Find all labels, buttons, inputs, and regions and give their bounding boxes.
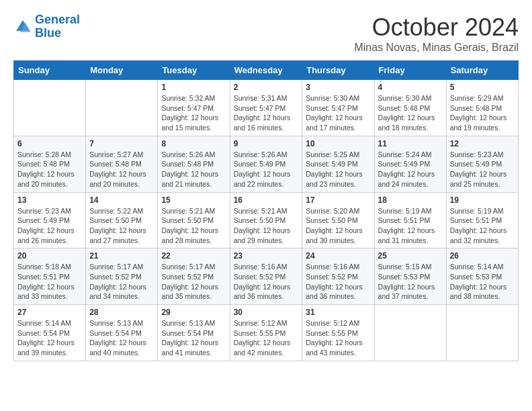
calendar-cell: 19Sunrise: 5:19 AM Sunset: 5:51 PM Dayli… bbox=[446, 192, 518, 248]
calendar-cell: 7Sunrise: 5:27 AM Sunset: 5:48 PM Daylig… bbox=[86, 136, 158, 192]
day-number: 15 bbox=[161, 195, 226, 205]
logo: General Blue bbox=[13, 13, 80, 40]
calendar-cell: 3Sunrise: 5:30 AM Sunset: 5:47 PM Daylig… bbox=[302, 80, 374, 136]
day-info: Sunrise: 5:27 AM Sunset: 5:48 PM Dayligh… bbox=[89, 150, 154, 189]
calendar-cell: 28Sunrise: 5:13 AM Sunset: 5:54 PM Dayli… bbox=[86, 305, 158, 361]
day-info: Sunrise: 5:23 AM Sunset: 5:49 PM Dayligh… bbox=[450, 150, 515, 189]
page-header: General Blue October 2024 Minas Novas, M… bbox=[13, 13, 519, 54]
column-header-thursday: Thursday bbox=[302, 61, 374, 80]
calendar-cell: 5Sunrise: 5:29 AM Sunset: 5:48 PM Daylig… bbox=[446, 80, 518, 136]
day-number: 5 bbox=[450, 83, 515, 92]
day-number: 2 bbox=[234, 83, 299, 92]
day-info: Sunrise: 5:21 AM Sunset: 5:50 PM Dayligh… bbox=[161, 206, 226, 246]
calendar-week-row: 6Sunrise: 5:28 AM Sunset: 5:48 PM Daylig… bbox=[14, 136, 519, 192]
day-info: Sunrise: 5:17 AM Sunset: 5:52 PM Dayligh… bbox=[89, 262, 154, 302]
day-info: Sunrise: 5:17 AM Sunset: 5:52 PM Dayligh… bbox=[161, 262, 226, 302]
calendar-week-row: 1Sunrise: 5:32 AM Sunset: 5:47 PM Daylig… bbox=[14, 80, 519, 136]
day-number: 11 bbox=[378, 139, 443, 148]
calendar-cell: 10Sunrise: 5:25 AM Sunset: 5:49 PM Dayli… bbox=[302, 136, 374, 192]
calendar-table: SundayMondayTuesdayWednesdayThursdayFrid… bbox=[13, 60, 519, 361]
calendar-header-row: SundayMondayTuesdayWednesdayThursdayFrid… bbox=[14, 61, 519, 80]
day-info: Sunrise: 5:19 AM Sunset: 5:51 PM Dayligh… bbox=[450, 206, 515, 246]
column-header-saturday: Saturday bbox=[446, 61, 518, 80]
day-info: Sunrise: 5:24 AM Sunset: 5:49 PM Dayligh… bbox=[378, 150, 443, 189]
calendar-cell: 26Sunrise: 5:14 AM Sunset: 5:53 PM Dayli… bbox=[446, 248, 518, 305]
day-number: 13 bbox=[17, 195, 82, 205]
day-number: 16 bbox=[234, 195, 299, 205]
calendar-cell: 9Sunrise: 5:26 AM Sunset: 5:49 PM Daylig… bbox=[230, 136, 302, 192]
day-info: Sunrise: 5:12 AM Sunset: 5:55 PM Dayligh… bbox=[306, 318, 370, 358]
day-number: 20 bbox=[17, 251, 82, 261]
day-info: Sunrise: 5:16 AM Sunset: 5:52 PM Dayligh… bbox=[306, 262, 370, 302]
calendar-cell: 11Sunrise: 5:24 AM Sunset: 5:49 PM Dayli… bbox=[374, 136, 446, 192]
calendar-week-row: 27Sunrise: 5:14 AM Sunset: 5:54 PM Dayli… bbox=[14, 305, 519, 361]
day-info: Sunrise: 5:21 AM Sunset: 5:50 PM Dayligh… bbox=[234, 206, 299, 246]
calendar-cell: 12Sunrise: 5:23 AM Sunset: 5:49 PM Dayli… bbox=[446, 136, 518, 192]
column-header-sunday: Sunday bbox=[14, 61, 86, 80]
calendar-cell: 14Sunrise: 5:22 AM Sunset: 5:50 PM Dayli… bbox=[86, 192, 158, 248]
day-info: Sunrise: 5:23 AM Sunset: 5:49 PM Dayligh… bbox=[17, 206, 82, 246]
day-info: Sunrise: 5:14 AM Sunset: 5:54 PM Dayligh… bbox=[17, 318, 82, 358]
day-info: Sunrise: 5:32 AM Sunset: 5:47 PM Dayligh… bbox=[161, 93, 226, 133]
calendar-cell: 30Sunrise: 5:12 AM Sunset: 5:55 PM Dayli… bbox=[230, 305, 302, 361]
calendar-cell bbox=[14, 80, 86, 136]
day-number: 28 bbox=[89, 308, 154, 317]
calendar-cell: 25Sunrise: 5:15 AM Sunset: 5:53 PM Dayli… bbox=[374, 248, 446, 305]
day-number: 27 bbox=[17, 308, 82, 317]
logo-text: General Blue bbox=[35, 13, 80, 40]
calendar-cell bbox=[374, 305, 446, 361]
calendar-week-row: 20Sunrise: 5:18 AM Sunset: 5:51 PM Dayli… bbox=[14, 248, 519, 305]
day-number: 26 bbox=[450, 251, 515, 261]
calendar-cell: 24Sunrise: 5:16 AM Sunset: 5:52 PM Dayli… bbox=[302, 248, 374, 305]
logo-line1: General bbox=[35, 13, 80, 26]
calendar-cell: 17Sunrise: 5:20 AM Sunset: 5:50 PM Dayli… bbox=[302, 192, 374, 248]
day-info: Sunrise: 5:30 AM Sunset: 5:47 PM Dayligh… bbox=[306, 93, 370, 133]
column-header-monday: Monday bbox=[86, 61, 158, 80]
calendar-cell: 20Sunrise: 5:18 AM Sunset: 5:51 PM Dayli… bbox=[14, 248, 86, 305]
day-info: Sunrise: 5:31 AM Sunset: 5:47 PM Dayligh… bbox=[234, 93, 299, 133]
column-header-wednesday: Wednesday bbox=[230, 61, 302, 80]
calendar-cell: 13Sunrise: 5:23 AM Sunset: 5:49 PM Dayli… bbox=[14, 192, 86, 248]
day-number: 19 bbox=[450, 195, 515, 205]
day-info: Sunrise: 5:18 AM Sunset: 5:51 PM Dayligh… bbox=[17, 262, 82, 302]
logo-line2: Blue bbox=[35, 26, 61, 40]
column-header-friday: Friday bbox=[374, 61, 446, 80]
calendar-cell: 15Sunrise: 5:21 AM Sunset: 5:50 PM Dayli… bbox=[158, 192, 230, 248]
day-number: 12 bbox=[450, 139, 515, 148]
day-number: 18 bbox=[378, 195, 443, 205]
day-number: 3 bbox=[306, 83, 370, 92]
calendar-cell: 4Sunrise: 5:30 AM Sunset: 5:48 PM Daylig… bbox=[374, 80, 446, 136]
day-number: 31 bbox=[306, 308, 370, 317]
day-info: Sunrise: 5:14 AM Sunset: 5:53 PM Dayligh… bbox=[450, 262, 515, 302]
day-number: 7 bbox=[89, 139, 154, 148]
calendar-cell: 29Sunrise: 5:13 AM Sunset: 5:54 PM Dayli… bbox=[158, 305, 230, 361]
calendar-cell bbox=[446, 305, 518, 361]
calendar-cell: 16Sunrise: 5:21 AM Sunset: 5:50 PM Dayli… bbox=[230, 192, 302, 248]
day-number: 22 bbox=[161, 251, 226, 261]
day-info: Sunrise: 5:13 AM Sunset: 5:54 PM Dayligh… bbox=[161, 318, 226, 358]
day-info: Sunrise: 5:16 AM Sunset: 5:52 PM Dayligh… bbox=[234, 262, 299, 302]
day-info: Sunrise: 5:20 AM Sunset: 5:50 PM Dayligh… bbox=[306, 206, 370, 246]
calendar-week-row: 13Sunrise: 5:23 AM Sunset: 5:49 PM Dayli… bbox=[14, 192, 519, 248]
calendar-cell: 22Sunrise: 5:17 AM Sunset: 5:52 PM Dayli… bbox=[158, 248, 230, 305]
calendar-cell: 27Sunrise: 5:14 AM Sunset: 5:54 PM Dayli… bbox=[14, 305, 86, 361]
day-number: 17 bbox=[306, 195, 370, 205]
calendar-cell: 1Sunrise: 5:32 AM Sunset: 5:47 PM Daylig… bbox=[158, 80, 230, 136]
calendar-cell: 23Sunrise: 5:16 AM Sunset: 5:52 PM Dayli… bbox=[230, 248, 302, 305]
day-number: 30 bbox=[234, 308, 299, 317]
day-number: 25 bbox=[378, 251, 443, 261]
day-info: Sunrise: 5:13 AM Sunset: 5:54 PM Dayligh… bbox=[89, 318, 154, 358]
day-number: 14 bbox=[89, 195, 154, 205]
subtitle: Minas Novas, Minas Gerais, Brazil bbox=[354, 42, 519, 54]
day-number: 8 bbox=[161, 139, 226, 148]
calendar-cell: 31Sunrise: 5:12 AM Sunset: 5:55 PM Dayli… bbox=[302, 305, 374, 361]
calendar-cell: 18Sunrise: 5:19 AM Sunset: 5:51 PM Dayli… bbox=[374, 192, 446, 248]
day-number: 23 bbox=[234, 251, 299, 261]
logo-icon bbox=[13, 17, 32, 36]
day-number: 24 bbox=[306, 251, 370, 261]
calendar-cell: 2Sunrise: 5:31 AM Sunset: 5:47 PM Daylig… bbox=[230, 80, 302, 136]
day-info: Sunrise: 5:22 AM Sunset: 5:50 PM Dayligh… bbox=[89, 206, 154, 246]
day-number: 4 bbox=[378, 83, 443, 92]
day-info: Sunrise: 5:15 AM Sunset: 5:53 PM Dayligh… bbox=[378, 262, 443, 302]
calendar-cell bbox=[86, 80, 158, 136]
